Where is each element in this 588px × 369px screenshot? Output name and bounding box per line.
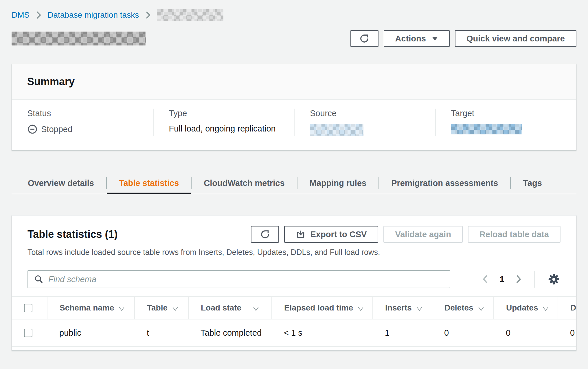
caret-down-icon <box>432 36 438 41</box>
page: DMS Database migration tasks Actions Qui… <box>0 0 588 350</box>
summary-field-status: Status Stopped <box>12 109 153 136</box>
select-all-header <box>12 297 47 319</box>
table-statistics-card: Table statistics (1) Export to CSV Valid… <box>12 215 576 350</box>
tab-mapping-rules[interactable]: Mapping rules <box>297 172 379 194</box>
summary-card-header: Summary <box>12 64 576 100</box>
validate-again-button: Validate again <box>383 226 462 243</box>
col-table[interactable]: Table <box>135 297 188 319</box>
tab-cloudwatch-metrics[interactable]: CloudWatch metrics <box>192 172 297 194</box>
tab-table-statistics[interactable]: Table statistics <box>107 172 191 194</box>
next-page-button[interactable] <box>515 274 522 284</box>
status-label: Status <box>27 109 153 118</box>
search-input[interactable] <box>48 275 444 284</box>
table-refresh-button[interactable] <box>251 226 279 243</box>
page-header: Actions Quick view and compare <box>12 30 576 47</box>
cell-elapsed-load-time: < 1 s <box>272 319 373 346</box>
sort-icon[interactable] <box>478 306 484 311</box>
download-icon <box>296 229 306 239</box>
type-value: Full load, ongoing replication <box>169 124 294 134</box>
col-ddls[interactable]: DDLs <box>558 297 576 319</box>
breadcrumb-link-tasks[interactable]: Database migration tasks <box>47 10 139 20</box>
stopped-status-icon <box>27 124 38 134</box>
table-row: public t Table completed < 1 s 1 0 0 0 <box>12 319 576 346</box>
schema-search <box>27 270 450 288</box>
sort-icon[interactable] <box>172 306 178 311</box>
chevron-left-icon <box>482 274 489 284</box>
chevron-right-icon <box>145 11 151 19</box>
breadcrumb-current-redacted <box>157 9 223 21</box>
col-load-state[interactable]: Load state <box>188 297 272 319</box>
table-tools: 1 <box>12 270 576 288</box>
table-statistics-title: Table statistics (1) <box>27 228 117 240</box>
col-schema-name[interactable]: Schema name <box>47 297 135 319</box>
search-icon <box>34 274 44 284</box>
summary-field-target: Target <box>435 109 576 136</box>
page-title-redacted <box>12 32 146 45</box>
gear-icon <box>547 273 561 286</box>
stats-table: Schema name Table Load state Elapsed loa… <box>12 296 576 347</box>
cell-inserts: 1 <box>373 319 432 346</box>
target-label: Target <box>451 109 576 118</box>
refresh-button[interactable] <box>350 30 378 47</box>
sort-icon[interactable] <box>543 306 549 311</box>
reload-table-data-button: Reload table data <box>468 226 561 243</box>
tab-tags[interactable]: Tags <box>511 172 554 194</box>
table-header-row: Schema name Table Load state Elapsed loa… <box>12 297 576 319</box>
stats-table-wrap: Schema name Table Load state Elapsed loa… <box>12 296 576 347</box>
col-elapsed-load-time[interactable]: Elapsed load time <box>272 297 373 319</box>
cell-schema-name: public <box>47 319 135 346</box>
cell-ddls: 0 <box>558 319 576 346</box>
summary-body: Status Stopped Type Full load, ongoing r… <box>12 100 576 150</box>
source-label: Source <box>310 109 435 118</box>
tools-divider <box>534 271 535 288</box>
actions-button[interactable]: Actions <box>384 30 450 47</box>
sort-icon[interactable] <box>358 306 364 311</box>
status-value: Stopped <box>27 124 153 134</box>
tab-premigration-assessments[interactable]: Premigration assessments <box>379 172 510 194</box>
cell-deletes: 0 <box>432 319 494 346</box>
quick-view-compare-button[interactable]: Quick view and compare <box>455 30 576 47</box>
cell-table: t <box>135 319 188 346</box>
summary-card: Summary Status Stopped Type Full load, o… <box>12 64 576 150</box>
row-select-cell <box>12 319 47 346</box>
table-statistics-description: Total rows include loaded source table r… <box>27 248 561 257</box>
target-link-redacted[interactable] <box>451 124 522 134</box>
chevron-right-icon <box>515 274 522 284</box>
export-csv-button[interactable]: Export to CSV <box>284 226 378 243</box>
refresh-icon <box>359 33 370 44</box>
row-checkbox[interactable] <box>24 329 32 337</box>
type-label: Type <box>169 109 294 118</box>
col-inserts[interactable]: Inserts <box>373 297 432 319</box>
prev-page-button <box>482 274 489 284</box>
table-statistics-header: Table statistics (1) Export to CSV Valid… <box>12 215 576 257</box>
summary-field-type: Type Full load, ongoing replication <box>153 109 294 136</box>
col-deletes[interactable]: Deletes <box>432 297 494 319</box>
refresh-icon <box>260 229 270 240</box>
tab-overview-details[interactable]: Overview details <box>12 172 106 194</box>
sort-icon[interactable] <box>253 306 259 311</box>
task-tabs: Overview details Table statistics CloudW… <box>12 172 576 194</box>
source-link-redacted[interactable] <box>310 124 363 136</box>
summary-field-source: Source <box>294 109 435 136</box>
current-page[interactable]: 1 <box>499 274 504 284</box>
summary-title: Summary <box>27 76 561 88</box>
col-updates[interactable]: Updates <box>494 297 558 319</box>
chevron-right-icon <box>35 11 42 19</box>
sort-icon[interactable] <box>119 306 125 311</box>
breadcrumb-link-dms[interactable]: DMS <box>12 10 30 20</box>
cell-load-state: Table completed <box>188 319 272 346</box>
select-all-checkbox[interactable] <box>24 304 32 312</box>
settings-button[interactable] <box>547 273 561 286</box>
pagination: 1 <box>482 271 561 288</box>
breadcrumb: DMS Database migration tasks <box>12 0 576 21</box>
sort-icon[interactable] <box>416 306 422 311</box>
cell-updates: 0 <box>494 319 558 346</box>
